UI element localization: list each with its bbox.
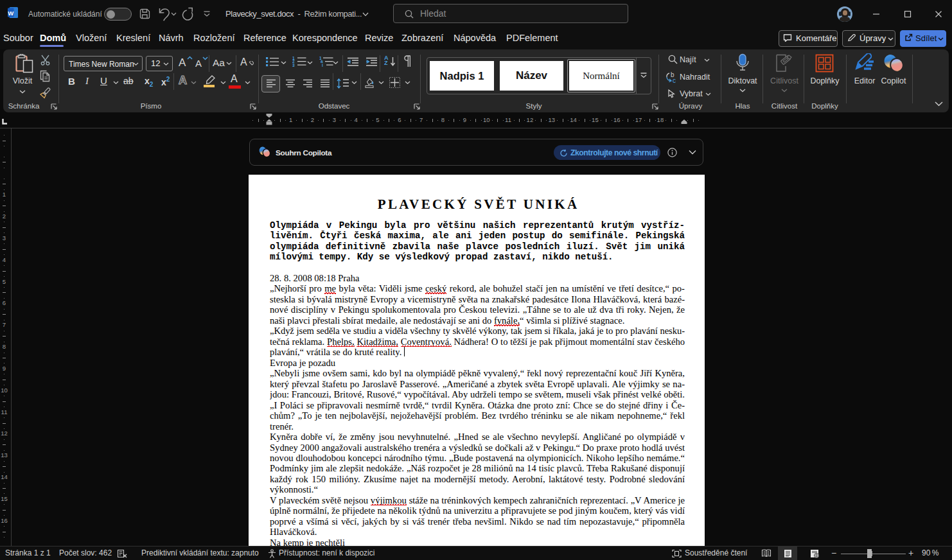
- svg-text:W: W: [8, 10, 13, 17]
- svg-text:3: 3: [292, 63, 295, 67]
- svg-text:i: i: [322, 63, 323, 67]
